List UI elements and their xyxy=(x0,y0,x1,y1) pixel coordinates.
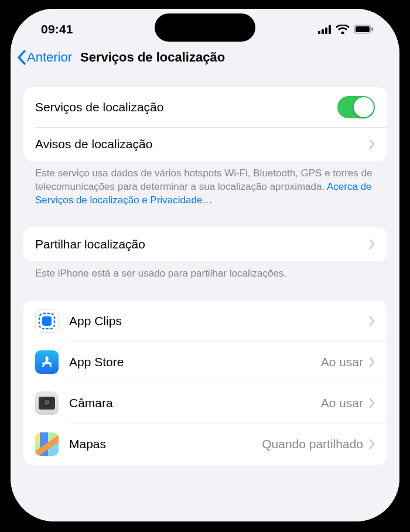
nav-title: Serviços de localização xyxy=(80,50,225,65)
row-label: Serviços de localização xyxy=(35,100,337,114)
chevron-right-icon xyxy=(369,398,375,408)
row-app-maps[interactable]: Mapas Quando partilhado xyxy=(23,424,387,465)
chevron-left-icon xyxy=(16,50,26,65)
chevron-right-icon xyxy=(369,357,375,367)
svg-rect-2 xyxy=(325,28,327,34)
svg-rect-6 xyxy=(372,28,374,31)
svg-rect-5 xyxy=(356,26,370,32)
footer-text-location: Este serviço usa dados de vários hotspot… xyxy=(23,161,387,207)
row-location-alerts[interactable]: Avisos de localização xyxy=(23,127,387,161)
back-button[interactable]: Anterior xyxy=(16,50,72,65)
status-time: 09:41 xyxy=(41,22,73,36)
app-value: Ao usar xyxy=(321,355,363,369)
cellular-icon xyxy=(318,25,332,34)
app-value: Quando partilhado xyxy=(262,437,363,451)
chevron-right-icon xyxy=(369,316,375,326)
row-share-location[interactable]: Partilhar localização xyxy=(23,227,387,261)
maps-icon xyxy=(35,432,59,456)
chevron-right-icon xyxy=(369,239,375,250)
footer-text-body: Este serviço usa dados de vários hotspot… xyxy=(35,168,372,192)
wifi-icon xyxy=(336,25,349,34)
row-app-appclips[interactable]: App Clips xyxy=(23,301,387,342)
row-app-appstore[interactable]: App Store Ao usar xyxy=(23,342,387,383)
screen-bezel: 09:41 Anterior Serviços de localização xyxy=(0,0,410,532)
toggle-knob xyxy=(354,97,374,117)
nav-bar: Anterior Serviços de localização xyxy=(11,45,399,72)
row-label: Avisos de localização xyxy=(35,137,369,151)
appstore-icon xyxy=(35,350,59,374)
settings-group-share: Partilhar localização xyxy=(23,227,387,261)
settings-group-location: Serviços de localização Avisos de locali… xyxy=(23,87,387,161)
footer-text-share: Este iPhone está a ser usado para partil… xyxy=(23,261,387,281)
svg-rect-0 xyxy=(318,31,320,34)
screen: 09:41 Anterior Serviços de localização xyxy=(11,9,399,521)
status-icons xyxy=(318,25,374,34)
settings-group-apps: App Clips App Store Ao usar xyxy=(23,301,387,465)
app-name: Câmara xyxy=(69,396,321,410)
location-services-toggle[interactable] xyxy=(337,96,375,118)
status-bar: 09:41 xyxy=(11,13,399,45)
footer-text-body: Este iPhone está a ser usado para partil… xyxy=(35,268,286,279)
row-label: Partilhar localização xyxy=(35,237,369,251)
svg-rect-1 xyxy=(322,29,324,34)
dynamic-island xyxy=(155,13,255,42)
svg-rect-3 xyxy=(329,25,331,34)
chevron-right-icon xyxy=(369,439,375,449)
svg-rect-8 xyxy=(42,316,52,326)
app-value: Ao usar xyxy=(321,396,363,410)
row-app-camera[interactable]: Câmara Ao usar xyxy=(23,383,387,424)
app-name: App Clips xyxy=(69,314,363,328)
phone-frame: 09:41 Anterior Serviços de localização xyxy=(0,0,410,532)
content-scroll[interactable]: Serviços de localização Avisos de locali… xyxy=(11,72,399,521)
back-label: Anterior xyxy=(27,50,72,65)
camera-icon xyxy=(35,391,59,415)
row-location-services[interactable]: Serviços de localização xyxy=(23,87,387,127)
chevron-right-icon xyxy=(369,139,375,149)
app-name: App Store xyxy=(69,355,321,369)
battery-icon xyxy=(354,25,374,34)
appclips-icon xyxy=(35,309,59,333)
app-name: Mapas xyxy=(69,437,262,451)
